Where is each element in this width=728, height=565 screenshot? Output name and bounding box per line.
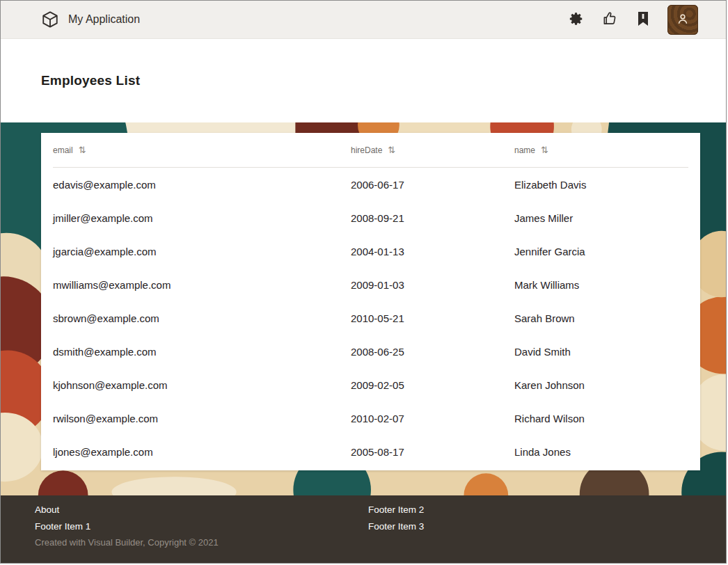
cell-hireDate: 2005-08-17 [351, 446, 514, 458]
app-window: My Application [0, 0, 727, 564]
brand: My Application [41, 10, 140, 29]
footer-col-2: Footer Item 2Footer Item 3 [368, 502, 692, 535]
cell-hireDate: 2006-06-17 [351, 179, 514, 191]
cell-name: Linda Jones [514, 446, 688, 458]
cell-name: Karen Johnson [514, 379, 688, 391]
table-row[interactable]: dsmith@example.com2008-06-25David Smith [53, 335, 688, 368]
cell-hireDate: 2008-09-21 [351, 212, 514, 224]
cell-name: Richard Wilson [514, 413, 688, 424]
cell-email: rwilson@example.com [53, 413, 351, 424]
footer-link[interactable]: Footer Item 1 [35, 518, 90, 535]
table-body: edavis@example.com2006-06-17Elizabeth Da… [53, 168, 688, 468]
table-card: email⇅hireDate⇅name⇅ edavis@example.com2… [41, 133, 700, 470]
cell-email: sbrown@example.com [53, 312, 351, 324]
cell-name: Mark Williams [514, 279, 688, 291]
table-row[interactable]: sbrown@example.com2010-05-21Sarah Brown [53, 301, 688, 335]
settings-button[interactable] [567, 10, 585, 29]
table-row[interactable]: jgarcia@example.com2004-01-13Jennifer Ga… [53, 234, 688, 268]
cell-email: dsmith@example.com [53, 346, 351, 358]
table-row[interactable]: kjohnson@example.com2009-02-05Karen John… [53, 368, 688, 401]
table-row[interactable]: jmiller@example.com2008-09-21James Mille… [53, 201, 688, 234]
gear-icon [569, 11, 584, 29]
column-label: name [514, 145, 535, 155]
footer-link[interactable]: About [35, 502, 59, 518]
cell-email: kjohnson@example.com [53, 379, 351, 391]
cell-hireDate: 2009-01-03 [351, 279, 514, 291]
profile-avatar-button[interactable] [667, 5, 698, 35]
header-actions [567, 5, 698, 35]
app-title: My Application [68, 13, 140, 26]
table-row[interactable]: edavis@example.com2006-06-17Elizabeth Da… [53, 168, 688, 201]
thumbs-up-icon [602, 10, 618, 29]
footer-link[interactable]: Footer Item 3 [368, 518, 424, 535]
cell-name: James Miller [514, 212, 688, 224]
footer-copyright: Created with Visual Builder, Copyright ©… [35, 537, 692, 548]
person-icon [676, 12, 690, 28]
cell-hireDate: 2008-06-25 [351, 346, 514, 358]
cell-email: jgarcia@example.com [53, 246, 351, 257]
sort-icon[interactable]: ⇅ [388, 145, 395, 154]
like-button[interactable] [601, 10, 619, 29]
column-label: hireDate [351, 145, 382, 155]
table-row[interactable]: rwilson@example.com2010-02-07Richard Wil… [53, 401, 688, 435]
cell-email: jmiller@example.com [53, 212, 351, 224]
bookmark-button[interactable] [634, 10, 652, 29]
cell-hireDate: 2004-01-13 [351, 246, 514, 257]
footer-col-1: AboutFooter Item 1 [35, 502, 368, 535]
table-row[interactable]: mwilliams@example.com2009-01-03Mark Will… [53, 268, 688, 301]
column-label: email [53, 145, 73, 155]
app-logo-icon [41, 10, 59, 29]
app-header: My Application [1, 1, 726, 39]
footer-links: AboutFooter Item 1 Footer Item 2Footer I… [35, 502, 692, 535]
column-header-hireDate[interactable]: hireDate⇅ [351, 145, 514, 155]
cell-hireDate: 2009-02-05 [351, 379, 514, 391]
main-content: email⇅hireDate⇅name⇅ edavis@example.com2… [1, 122, 726, 495]
sort-icon[interactable]: ⇅ [541, 145, 548, 154]
table-header-row: email⇅hireDate⇅name⇅ [53, 133, 688, 168]
page-title-band: Employees List [1, 39, 726, 122]
page-title: Employees List [41, 73, 140, 88]
column-header-name[interactable]: name⇅ [514, 145, 688, 155]
sort-icon[interactable]: ⇅ [79, 145, 86, 154]
cell-hireDate: 2010-05-21 [351, 312, 514, 324]
employees-table: email⇅hireDate⇅name⇅ edavis@example.com2… [41, 133, 700, 468]
bookmark-icon [636, 11, 650, 29]
app-footer: AboutFooter Item 1 Footer Item 2Footer I… [1, 495, 726, 563]
cell-email: ljones@example.com [53, 446, 351, 458]
column-header-email[interactable]: email⇅ [53, 145, 351, 155]
table-row[interactable]: ljones@example.com2005-08-17Linda Jones [53, 435, 688, 468]
cell-name: Jennifer Garcia [514, 246, 688, 257]
cell-email: mwilliams@example.com [53, 279, 351, 291]
cell-name: David Smith [514, 346, 688, 358]
cell-hireDate: 2010-02-07 [351, 413, 514, 424]
cell-name: Elizabeth Davis [514, 179, 688, 191]
cell-name: Sarah Brown [514, 312, 688, 324]
footer-link[interactable]: Footer Item 2 [368, 502, 424, 518]
cell-email: edavis@example.com [53, 179, 351, 191]
